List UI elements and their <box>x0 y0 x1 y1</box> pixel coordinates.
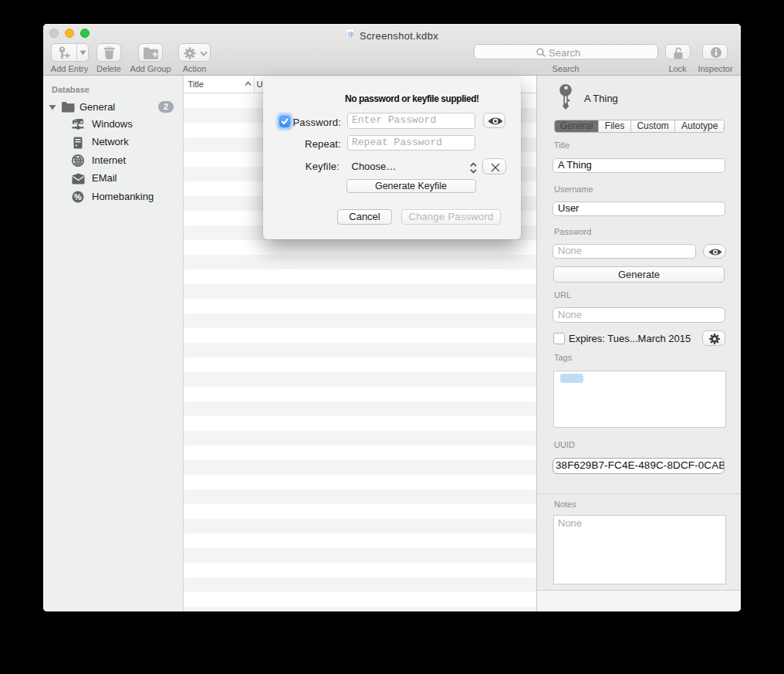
svg-text:%: % <box>74 192 82 202</box>
